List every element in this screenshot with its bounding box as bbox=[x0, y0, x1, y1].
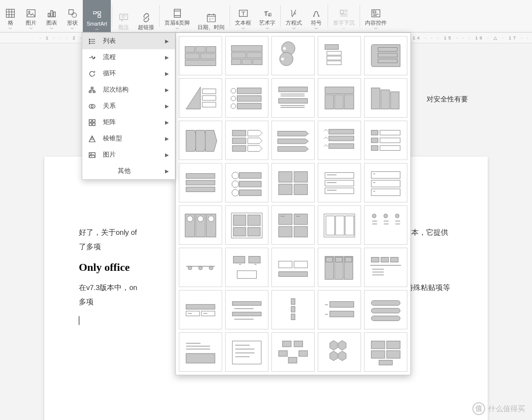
smartart-thumbnail-20[interactable] bbox=[364, 163, 407, 202]
menu-label: 层次结构 bbox=[103, 86, 129, 94]
svg-rect-139 bbox=[372, 224, 377, 224]
svg-rect-122 bbox=[248, 227, 260, 236]
svg-text:a: a bbox=[268, 13, 270, 17]
svg-rect-130 bbox=[326, 216, 335, 235]
smartart-menu-其他[interactable]: 其他▶ bbox=[82, 163, 175, 179]
toolbar-image-button[interactable]: 图片﹀ bbox=[21, 0, 41, 32]
hierarchy-icon bbox=[88, 86, 96, 94]
toolbar-chart-button[interactable]: 图表﹀ bbox=[41, 0, 62, 32]
smartart-thumbnail-1[interactable] bbox=[179, 36, 222, 75]
smartart-thumbnail-14[interactable] bbox=[318, 121, 361, 160]
svg-rect-97 bbox=[294, 172, 307, 182]
smartart-menu-层次结构[interactable]: 层次结构▶ bbox=[82, 82, 175, 98]
toolbar-smartart-button[interactable]: SmartArt︿ bbox=[83, 0, 111, 32]
toolbar-wordart-button[interactable]: Ta艺术字﹀ bbox=[255, 0, 279, 32]
smartart-thumbnail-6[interactable] bbox=[179, 78, 222, 118]
toolbar-datetime-button[interactable]: 日期、时间 bbox=[194, 0, 229, 32]
smartart-thumbnail-7[interactable] bbox=[225, 78, 268, 118]
smartart-menu-循环[interactable]: 循环▶ bbox=[82, 65, 175, 82]
smartart-thumbnail-30[interactable] bbox=[364, 248, 407, 287]
smartart-thumbnail-39[interactable] bbox=[318, 332, 361, 372]
svg-rect-76 bbox=[233, 138, 246, 144]
smartart-thumbnail-32[interactable] bbox=[225, 290, 268, 329]
toolbar-header-footer-button[interactable]: 页眉&页脚﹀ bbox=[161, 0, 194, 32]
smartart-thumbnail-18[interactable] bbox=[271, 163, 315, 202]
svg-rect-173 bbox=[234, 308, 254, 309]
toolbar-table-button[interactable]: 格﹀ bbox=[0, 0, 21, 32]
smartart-menu-关系[interactable]: 关系▶ bbox=[82, 98, 175, 114]
smartart-menu-矩阵[interactable]: 矩阵▶ bbox=[82, 114, 175, 130]
smartart-thumbnail-5[interactable] bbox=[364, 36, 407, 75]
smartart-menu-图片[interactable]: 图片▶ bbox=[82, 147, 175, 163]
svg-rect-171 bbox=[203, 313, 207, 314]
smartart-thumbnail-23[interactable] bbox=[271, 205, 315, 245]
smartart-thumbnail-29[interactable] bbox=[318, 248, 361, 287]
smartart-thumbnail-19[interactable] bbox=[318, 163, 361, 202]
svg-rect-80 bbox=[329, 144, 354, 149]
toolbar-equation-button[interactable]: x方程式﹀ bbox=[282, 0, 306, 32]
comment-icon bbox=[118, 12, 129, 23]
smartart-thumbnail-3[interactable] bbox=[271, 36, 315, 75]
smartart-thumbnail-8[interactable] bbox=[271, 78, 315, 118]
smartart-thumbnail-26[interactable] bbox=[179, 248, 222, 287]
smartart-menu-棱锥型[interactable]: 棱锥型▶ bbox=[82, 130, 175, 147]
svg-rect-5 bbox=[54, 12, 56, 17]
smartart-thumbnail-2[interactable] bbox=[225, 36, 268, 75]
smartart-thumbnail-17[interactable] bbox=[225, 163, 268, 202]
svg-rect-91 bbox=[239, 173, 261, 179]
menu-label: 流程 bbox=[103, 53, 116, 62]
smartart-thumbnail-21[interactable] bbox=[179, 205, 222, 245]
toolbar-link-button[interactable]: 超链接 bbox=[134, 0, 158, 32]
smartart-thumbnail-13[interactable] bbox=[271, 121, 315, 160]
smartart-thumbnail-38[interactable] bbox=[271, 332, 315, 372]
smartart-thumbnail-34[interactable] bbox=[318, 290, 361, 329]
svg-rect-185 bbox=[371, 316, 400, 321]
svg-rect-148 bbox=[237, 271, 257, 279]
toolbar-shape-button[interactable]: 形状﹀ bbox=[62, 0, 83, 32]
svg-rect-149 bbox=[239, 264, 241, 264]
toolbar-label: 图表 bbox=[46, 20, 57, 27]
toolbar-textbox-button[interactable]: 文本框﹀ bbox=[231, 0, 255, 32]
chevron-down-icon: ﹀ bbox=[292, 27, 296, 31]
svg-rect-72 bbox=[371, 88, 380, 109]
smartart-thumbnail-27[interactable] bbox=[225, 248, 268, 287]
smartart-menu-列表[interactable]: 列表▶ bbox=[82, 33, 175, 49]
toolbar-content-control-button[interactable]: 内容控件﹀ bbox=[361, 0, 391, 32]
smartart-menu-流程[interactable]: 流程▶ bbox=[82, 49, 175, 65]
svg-point-115 bbox=[198, 216, 203, 222]
smartart-thumbnail-37[interactable] bbox=[225, 332, 268, 372]
image-icon bbox=[26, 8, 36, 19]
svg-rect-202 bbox=[371, 351, 385, 358]
toolbar-symbol-button[interactable]: 符号﹀ bbox=[306, 0, 327, 32]
smartart-thumbnail-22[interactable] bbox=[225, 205, 268, 245]
smartart-thumbnail-31[interactable] bbox=[179, 290, 222, 329]
svg-rect-123 bbox=[279, 214, 292, 225]
smartart-thumbnail-25[interactable] bbox=[364, 205, 407, 245]
svg-rect-60 bbox=[237, 96, 262, 101]
svg-rect-27 bbox=[93, 123, 95, 126]
svg-text:x: x bbox=[294, 11, 297, 16]
smartart-thumbnail-36[interactable] bbox=[179, 332, 222, 372]
smartart-thumbnail-11[interactable] bbox=[179, 121, 222, 160]
smartart-thumbnail-24[interactable] bbox=[318, 205, 361, 245]
svg-rect-164 bbox=[372, 269, 384, 269]
smartart-thumbnail-15[interactable] bbox=[364, 121, 407, 160]
smartart-thumbnail-35[interactable] bbox=[364, 290, 407, 329]
smartart-thumbnail-16[interactable] bbox=[179, 163, 222, 202]
smartart-thumbnail-4[interactable] bbox=[318, 36, 361, 75]
svg-rect-61 bbox=[237, 103, 262, 109]
smartart-thumbnail-12[interactable] bbox=[225, 121, 268, 160]
smartart-thumbnail-28[interactable] bbox=[271, 248, 315, 287]
svg-text:T: T bbox=[264, 11, 267, 17]
menu-label: 关系 bbox=[103, 102, 116, 110]
smartart-thumbnail-10[interactable] bbox=[364, 78, 407, 118]
svg-rect-39 bbox=[232, 59, 241, 65]
smartart-thumbnail-9[interactable] bbox=[318, 78, 361, 118]
svg-rect-199 bbox=[299, 351, 308, 356]
svg-rect-75 bbox=[233, 130, 246, 136]
textbox-icon bbox=[238, 8, 249, 19]
smartart-thumbnail-40[interactable] bbox=[364, 332, 407, 372]
svg-rect-67 bbox=[281, 107, 305, 108]
svg-rect-84 bbox=[380, 138, 400, 143]
smartart-thumbnail-33[interactable] bbox=[271, 290, 315, 329]
